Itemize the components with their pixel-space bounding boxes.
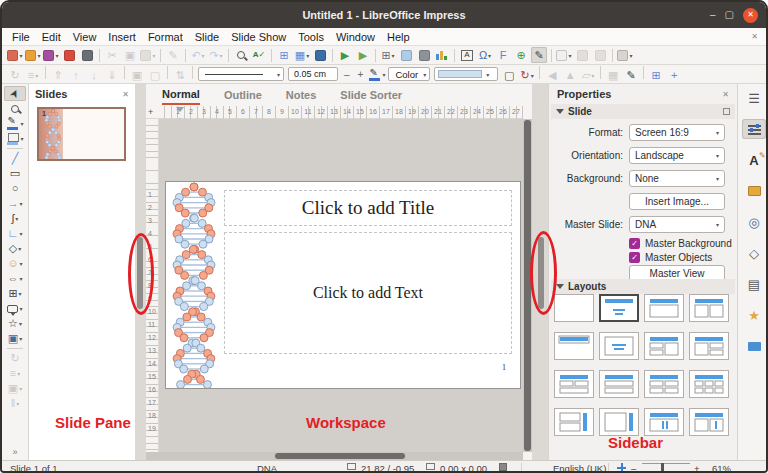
master-objects-checkbox-row[interactable]: ✓ Master Objects — [629, 251, 712, 264]
transformations-button[interactable]: ↻▾ — [519, 67, 535, 83]
tab-animation[interactable]: ★ — [742, 305, 766, 325]
format-select[interactable]: Screen 16:9▾ — [629, 124, 725, 141]
maximize-button[interactable]: ▢ — [725, 10, 734, 20]
line-width-field[interactable]: 0.05 cm — [288, 67, 338, 81]
line-width-increase-button[interactable]: + — [354, 69, 368, 80]
view-tab-notes[interactable]: Notes — [286, 86, 317, 104]
document-close-icon[interactable]: ✕ — [751, 32, 758, 41]
display-grid-2-button[interactable]: ⊞ — [648, 67, 664, 83]
tab-gallery[interactable] — [742, 181, 766, 201]
slide[interactable]: Click to add Title Click to add Text 1 — [165, 181, 521, 389]
layout-title-slide[interactable] — [599, 294, 639, 322]
show-draw-functions-button[interactable]: ✎ — [531, 47, 547, 63]
vertical-scrollbar[interactable] — [523, 119, 532, 452]
tab-styles[interactable]: A — [742, 150, 766, 170]
save-button[interactable]: ▾ — [43, 47, 59, 63]
slide-thumbnail[interactable]: 1 — [37, 107, 126, 161]
menu-slide-show[interactable]: Slide Show — [225, 31, 292, 43]
zoom-slider-thumb[interactable] — [661, 463, 664, 472]
select-button[interactable]: ➤ — [4, 86, 26, 101]
3d-objects-button[interactable]: ▣▾ — [4, 331, 26, 346]
sidebar-splitter[interactable] — [532, 84, 548, 460]
find-and-replace-button[interactable] — [233, 47, 249, 63]
tab-shapes[interactable]: ◇ — [742, 243, 766, 263]
tab-navigator[interactable]: ◎ — [742, 212, 766, 232]
block-arrows-button[interactable]: ⇔▾ — [4, 271, 26, 286]
menu-view[interactable]: View — [67, 31, 103, 43]
edit-points-button[interactable]: ✎ — [623, 67, 639, 83]
layout-title-only[interactable] — [554, 332, 594, 360]
lines-and-arrows-button[interactable]: →▾ — [4, 196, 26, 211]
line-width-decrease-button[interactable]: – — [340, 69, 354, 80]
tab-stop-selector-icon[interactable]: + — [148, 107, 153, 117]
display-grid-button[interactable]: ⊞ — [276, 47, 292, 63]
spelling-button[interactable]: A✓ — [251, 47, 267, 63]
tab-properties[interactable] — [742, 119, 766, 139]
sidebar-settings[interactable]: ☰ — [742, 88, 766, 108]
view-tab-outline[interactable]: Outline — [224, 86, 262, 104]
fit-slide-icon[interactable] — [617, 463, 626, 472]
vertical-ruler[interactable]: 12345678910111213141516171819 — [146, 119, 159, 452]
master-objects-checkbox[interactable]: ✓ — [629, 252, 640, 263]
special-character-button[interactable]: Ω▾ — [477, 47, 493, 63]
splitter-handle-left[interactable] — [137, 237, 143, 309]
slide-pane-splitter[interactable] — [135, 84, 146, 460]
view-tab-normal[interactable]: Normal — [162, 85, 200, 105]
layout-title-2content-over-content[interactable] — [554, 370, 594, 398]
flowchart-shapes-button[interactable]: ⊞▾ — [4, 286, 26, 301]
menu-edit[interactable]: Edit — [36, 31, 67, 43]
connectors-button[interactable]: ∟▾ — [4, 226, 26, 241]
master-background-checkbox-row[interactable]: ✓ Master Background — [629, 237, 732, 250]
splitter-handle-right[interactable] — [538, 237, 544, 309]
print-button[interactable] — [79, 47, 95, 63]
tab-slide-transition[interactable]: ▤ — [742, 274, 766, 294]
fill-color-button[interactable]: ▾ — [4, 131, 26, 146]
insert-text-box-button[interactable]: A — [459, 47, 475, 63]
line-style-select[interactable]: ▾ — [198, 67, 284, 81]
layout-title-2content-content[interactable] — [644, 332, 684, 360]
menu-tools[interactable]: Tools — [292, 31, 330, 43]
menu-format[interactable]: Format — [142, 31, 189, 43]
dialog-launcher-icon[interactable] — [723, 108, 730, 115]
zoom-level[interactable]: 61% — [712, 463, 731, 473]
zoom-button[interactable] — [4, 101, 26, 116]
insert-image-button[interactable]: Insert Image... — [629, 193, 725, 210]
symbol-shapes-button[interactable]: ☺▾ — [4, 256, 26, 271]
close-button[interactable]: ✕ — [743, 8, 758, 23]
callout-shapes-button[interactable]: ▾ — [4, 301, 26, 316]
basic-shapes-button[interactable]: ◇▾ — [4, 241, 26, 256]
snap-to-grid-button[interactable]: + — [666, 67, 682, 83]
menu-file[interactable]: File — [6, 31, 36, 43]
insert-chart-button[interactable] — [434, 47, 450, 63]
horizontal-scrollbar-thumb[interactable] — [275, 453, 405, 459]
tab-master-slides[interactable] — [742, 336, 766, 356]
vertical-scrollbar-thumb[interactable] — [524, 120, 531, 451]
open-button[interactable]: ▾ — [25, 47, 41, 63]
layout-title-content-over-content[interactable] — [599, 370, 639, 398]
layout-title-4-content[interactable] — [644, 370, 684, 398]
text-placeholder[interactable]: Click to add Text — [224, 232, 512, 354]
layout-title-vertical-text[interactable] — [644, 408, 684, 436]
horizontal-ruler[interactable]: 1234567891011121314151617181920212223242… — [159, 106, 523, 119]
language-selector[interactable]: English (UK) — [553, 463, 606, 473]
master-background-checkbox[interactable]: ✓ — [629, 238, 640, 249]
start-from-current-slide-button[interactable]: ▶ — [355, 47, 371, 63]
rectangle-button[interactable]: ▭ — [4, 166, 26, 181]
layout-title-vertical-text-clipart[interactable] — [689, 408, 729, 436]
insert-table-button[interactable]: ⊞▾ — [380, 47, 396, 63]
background-select[interactable]: None▾ — [629, 170, 725, 187]
layout-title-6-content[interactable] — [689, 370, 729, 398]
layout-vertical-title-text-chart[interactable] — [554, 408, 594, 436]
fill-color-select[interactable]: ▾ — [434, 67, 498, 81]
start-from-first-slide-button[interactable]: ▶ — [337, 47, 353, 63]
title-placeholder[interactable]: Click to add Title — [224, 190, 512, 226]
zoom-out-button[interactable]: – — [631, 463, 636, 473]
insert-media-button[interactable] — [416, 47, 432, 63]
zoom-slider-track[interactable] — [642, 463, 690, 464]
layout-title-content-2content[interactable] — [689, 332, 729, 360]
new-document-button[interactable]: ▾ — [7, 47, 23, 63]
area-style-select[interactable]: Color▾ — [388, 67, 430, 81]
orientation-select[interactable]: Landscape▾ — [629, 147, 725, 164]
shadow-button[interactable]: ▢ — [501, 67, 517, 83]
insert-image-button[interactable] — [398, 47, 414, 63]
